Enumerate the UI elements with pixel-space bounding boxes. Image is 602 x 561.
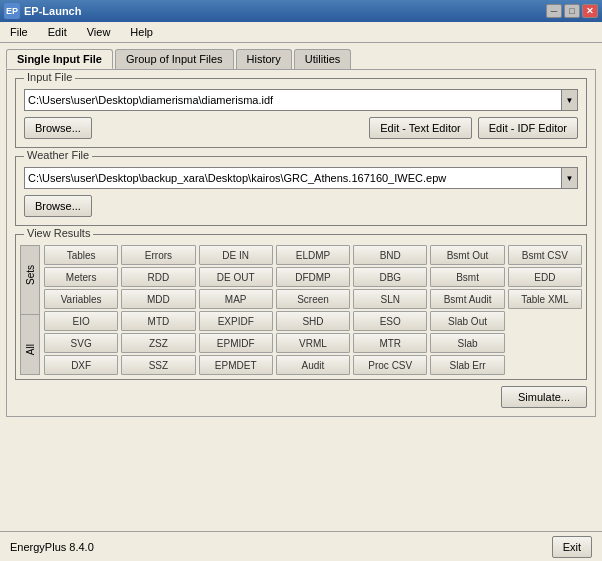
title-bar-controls: ─ □ ✕ [546,4,598,18]
btn-mdd[interactable]: MDD [121,289,195,309]
tab-single-input[interactable]: Single Input File [6,49,113,69]
weather-file-select-row: ▼ [24,167,578,189]
all-label: All [23,342,38,357]
view-results-group: View Results Sets All Tables Errors DE I… [15,234,587,380]
version-label: EnergyPlus 8.4.0 [10,541,94,553]
btn-zsz[interactable]: ZSZ [121,333,195,353]
weather-file-btn-row: Browse... [24,195,578,217]
input-file-select-row: ▼ [24,89,578,111]
btn-map[interactable]: MAP [199,289,273,309]
btn-audit[interactable]: Audit [276,355,350,375]
app-title: EP-Launch [24,5,81,17]
menu-help[interactable]: Help [124,24,159,40]
results-row-1: Meters RDD DE OUT DFDMP DBG Bsmt EDD [44,267,582,287]
weather-browse-button[interactable]: Browse... [24,195,92,217]
btn-eldmp[interactable]: ELDMP [276,245,350,265]
menu-view[interactable]: View [81,24,117,40]
btn-expidf[interactable]: EXPIDF [199,311,273,331]
btn-table-xml[interactable]: Table XML [508,289,582,309]
btn-meters[interactable]: Meters [44,267,118,287]
btn-shd[interactable]: SHD [276,311,350,331]
weather-file-group: Weather File ▼ Browse... [15,156,587,226]
btn-eio[interactable]: EIO [44,311,118,331]
input-file-group: Input File ▼ Browse... Edit - Text Edito… [15,78,587,148]
btn-eso[interactable]: ESO [353,311,427,331]
weather-file-path[interactable] [25,168,561,188]
close-button[interactable]: ✕ [582,4,598,18]
btn-bsmt-csv[interactable]: Bsmt CSV [508,245,582,265]
weather-file-title: Weather File [24,149,92,161]
input-file-btn-row: Browse... Edit - Text Editor Edit - IDF … [24,117,578,139]
input-file-path[interactable] [25,90,561,110]
tab-utilities[interactable]: Utilities [294,49,351,69]
maximize-button[interactable]: □ [564,4,580,18]
btn-bnd[interactable]: BND [353,245,427,265]
btn-ssz[interactable]: SSZ [121,355,195,375]
edit-text-editor-button[interactable]: Edit - Text Editor [369,117,472,139]
input-file-dropdown[interactable]: ▼ [561,90,577,110]
menu-file[interactable]: File [4,24,34,40]
btn-bsmt[interactable]: Bsmt [430,267,504,287]
results-row-0: Tables Errors DE IN ELDMP BND Bsmt Out B… [44,245,582,265]
main-window: Single Input File Group of Input Files H… [0,43,602,560]
input-file-title: Input File [24,71,75,83]
btn-screen[interactable]: Screen [276,289,350,309]
btn-mtr[interactable]: MTR [353,333,427,353]
btn-rdd[interactable]: RDD [121,267,195,287]
btn-deout[interactable]: DE OUT [199,267,273,287]
btn-dxf[interactable]: DXF [44,355,118,375]
btn-tables[interactable]: Tables [44,245,118,265]
btn-slab-out[interactable]: Slab Out [430,311,504,331]
title-bar-left: EP EP-Launch [4,3,81,19]
tab-history[interactable]: History [236,49,292,69]
results-row-3: EIO MTD EXPIDF SHD ESO Slab Out [44,311,582,331]
btn-epmidf[interactable]: EPMIDF [199,333,273,353]
btn-svg[interactable]: SVG [44,333,118,353]
btn-slab-err[interactable]: Slab Err [430,355,504,375]
btn-epmdet[interactable]: EPMDET [199,355,273,375]
btn-vrml[interactable]: VRML [276,333,350,353]
app-icon: EP [4,3,20,19]
sets-all-tab: Sets All [20,245,40,375]
menu-edit[interactable]: Edit [42,24,73,40]
results-row-2: Variables MDD MAP Screen SLN Bsmt Audit … [44,289,582,309]
btn-dfdmp[interactable]: DFDMP [276,267,350,287]
title-bar: EP EP-Launch ─ □ ✕ [0,0,602,22]
status-bar: EnergyPlus 8.4.0 Exit [0,531,602,561]
btn-errors[interactable]: Errors [121,245,195,265]
results-inner: Sets All Tables Errors DE IN ELDMP BND B… [20,245,582,375]
btn-bsmt-audit[interactable]: Bsmt Audit [430,289,504,309]
btn-dbg[interactable]: DBG [353,267,427,287]
exit-button[interactable]: Exit [552,536,592,558]
input-browse-button[interactable]: Browse... [24,117,92,139]
simulate-button[interactable]: Simulate... [501,386,587,408]
tab-content: Input File ▼ Browse... Edit - Text Edito… [6,69,596,417]
btn-bsmt-out[interactable]: Bsmt Out [430,245,504,265]
sets-divider [21,314,39,315]
tab-bar: Single Input File Group of Input Files H… [6,49,596,69]
btn-edd[interactable]: EDD [508,267,582,287]
btn-dein[interactable]: DE IN [199,245,273,265]
results-grid: Tables Errors DE IN ELDMP BND Bsmt Out B… [44,245,582,375]
edit-idf-editor-button[interactable]: Edit - IDF Editor [478,117,578,139]
results-row-4: SVG ZSZ EPMIDF VRML MTR Slab [44,333,582,353]
simulate-row: Simulate... [15,386,587,408]
btn-proc-csv[interactable]: Proc CSV [353,355,427,375]
btn-mtd[interactable]: MTD [121,311,195,331]
view-results-title: View Results [24,227,93,239]
results-row-5: DXF SSZ EPMDET Audit Proc CSV Slab Err [44,355,582,375]
btn-variables[interactable]: Variables [44,289,118,309]
btn-slab[interactable]: Slab [430,333,504,353]
sets-label: Sets [23,263,38,287]
minimize-button[interactable]: ─ [546,4,562,18]
weather-file-dropdown[interactable]: ▼ [561,168,577,188]
btn-sln[interactable]: SLN [353,289,427,309]
menu-bar: File Edit View Help [0,22,602,43]
tab-group-input[interactable]: Group of Input Files [115,49,234,69]
